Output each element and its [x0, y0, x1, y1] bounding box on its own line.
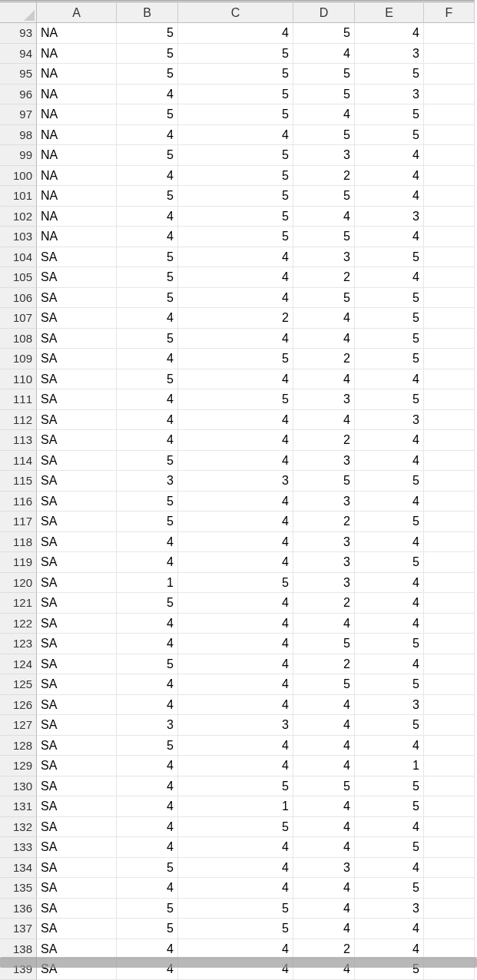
cell-f-131[interactable] — [424, 796, 475, 817]
cell-c-132[interactable]: 5 — [178, 817, 293, 838]
cell-e-112[interactable]: 3 — [355, 410, 424, 431]
cell-d-124[interactable]: 2 — [293, 654, 355, 675]
row-header-101[interactable]: 101 — [0, 186, 37, 207]
cell-d-119[interactable]: 3 — [293, 552, 355, 573]
cell-e-130[interactable]: 5 — [355, 776, 424, 797]
cell-b-132[interactable]: 4 — [117, 817, 178, 838]
cell-f-126[interactable] — [424, 695, 475, 716]
cell-b-97[interactable]: 5 — [117, 104, 178, 125]
cell-b-108[interactable]: 5 — [117, 329, 178, 349]
cell-e-102[interactable]: 3 — [355, 207, 424, 227]
row-header-119[interactable]: 119 — [0, 552, 37, 573]
select-all-corner[interactable] — [0, 0, 37, 23]
cell-f-118[interactable] — [424, 532, 475, 553]
cell-e-128[interactable]: 4 — [355, 736, 424, 757]
row-header-126[interactable]: 126 — [0, 695, 37, 716]
cell-e-94[interactable]: 3 — [355, 44, 424, 65]
cell-a-127[interactable]: SA — [37, 715, 117, 736]
column-header-d[interactable]: D — [293, 0, 355, 23]
cell-b-94[interactable]: 5 — [117, 44, 178, 65]
cell-d-100[interactable]: 2 — [293, 166, 355, 187]
cell-b-126[interactable]: 4 — [117, 695, 178, 716]
cell-c-114[interactable]: 4 — [178, 451, 293, 472]
cell-a-98[interactable]: NA — [37, 125, 117, 146]
cell-e-114[interactable]: 4 — [355, 451, 424, 472]
cell-d-103[interactable]: 5 — [293, 227, 355, 247]
cell-a-118[interactable]: SA — [37, 532, 117, 553]
cell-d-108[interactable]: 4 — [293, 329, 355, 349]
cell-a-122[interactable]: SA — [37, 614, 117, 634]
cell-b-115[interactable]: 3 — [117, 471, 178, 492]
cell-b-125[interactable]: 4 — [117, 674, 178, 695]
cell-d-123[interactable]: 5 — [293, 634, 355, 654]
cell-e-113[interactable]: 4 — [355, 430, 424, 451]
cell-c-94[interactable]: 5 — [178, 44, 293, 65]
cell-e-126[interactable]: 3 — [355, 695, 424, 716]
row-header-100[interactable]: 100 — [0, 166, 37, 187]
cell-f-112[interactable] — [424, 410, 475, 431]
cell-b-124[interactable]: 5 — [117, 654, 178, 675]
cell-e-127[interactable]: 5 — [355, 715, 424, 736]
cell-d-110[interactable]: 4 — [293, 369, 355, 390]
row-header-114[interactable]: 114 — [0, 451, 37, 472]
cell-e-110[interactable]: 4 — [355, 369, 424, 390]
row-header-133[interactable]: 133 — [0, 837, 37, 858]
row-header-93[interactable]: 93 — [0, 23, 37, 44]
cell-b-113[interactable]: 4 — [117, 430, 178, 451]
cell-d-135[interactable]: 4 — [293, 878, 355, 899]
cell-e-129[interactable]: 1 — [355, 756, 424, 776]
cell-c-129[interactable]: 4 — [178, 756, 293, 776]
row-header-107[interactable]: 107 — [0, 308, 37, 329]
cell-b-135[interactable]: 4 — [117, 878, 178, 899]
cell-b-95[interactable]: 5 — [117, 64, 178, 84]
cell-c-118[interactable]: 4 — [178, 532, 293, 553]
cell-d-102[interactable]: 4 — [293, 207, 355, 227]
cell-c-97[interactable]: 5 — [178, 104, 293, 125]
cell-e-131[interactable]: 5 — [355, 796, 424, 817]
cell-b-99[interactable]: 5 — [117, 145, 178, 166]
row-header-113[interactable]: 113 — [0, 430, 37, 451]
cell-a-110[interactable]: SA — [37, 369, 117, 390]
row-header-108[interactable]: 108 — [0, 329, 37, 349]
cell-d-117[interactable]: 2 — [293, 512, 355, 532]
cell-c-100[interactable]: 5 — [178, 166, 293, 187]
row-header-130[interactable]: 130 — [0, 776, 37, 797]
cell-f-120[interactable] — [424, 573, 475, 594]
cell-c-128[interactable]: 4 — [178, 736, 293, 757]
cell-a-105[interactable]: SA — [37, 267, 117, 288]
cell-c-105[interactable]: 4 — [178, 267, 293, 288]
cell-e-116[interactable]: 4 — [355, 492, 424, 512]
cell-a-111[interactable]: SA — [37, 389, 117, 410]
cell-e-95[interactable]: 5 — [355, 64, 424, 84]
cell-b-121[interactable]: 5 — [117, 593, 178, 614]
cell-c-106[interactable]: 4 — [178, 288, 293, 309]
cell-a-102[interactable]: NA — [37, 207, 117, 227]
cell-f-119[interactable] — [424, 552, 475, 573]
cell-e-118[interactable]: 4 — [355, 532, 424, 553]
cell-d-113[interactable]: 2 — [293, 430, 355, 451]
cell-f-106[interactable] — [424, 288, 475, 309]
row-header-135[interactable]: 135 — [0, 878, 37, 899]
row-header-123[interactable]: 123 — [0, 634, 37, 654]
cell-e-106[interactable]: 5 — [355, 288, 424, 309]
cell-d-114[interactable]: 3 — [293, 451, 355, 472]
row-header-134[interactable]: 134 — [0, 858, 37, 879]
row-header-117[interactable]: 117 — [0, 512, 37, 532]
cell-d-134[interactable]: 3 — [293, 858, 355, 879]
row-header-115[interactable]: 115 — [0, 471, 37, 492]
cell-d-129[interactable]: 4 — [293, 756, 355, 776]
cell-a-101[interactable]: NA — [37, 186, 117, 207]
cell-f-137[interactable] — [424, 919, 475, 939]
cell-e-111[interactable]: 5 — [355, 389, 424, 410]
cell-a-114[interactable]: SA — [37, 451, 117, 472]
row-header-95[interactable]: 95 — [0, 64, 37, 84]
cell-f-99[interactable] — [424, 145, 475, 166]
cell-f-127[interactable] — [424, 715, 475, 736]
cell-f-122[interactable] — [424, 614, 475, 634]
cell-b-128[interactable]: 5 — [117, 736, 178, 757]
cell-b-106[interactable]: 5 — [117, 288, 178, 309]
cell-f-110[interactable] — [424, 369, 475, 390]
cell-b-110[interactable]: 5 — [117, 369, 178, 390]
cell-d-126[interactable]: 4 — [293, 695, 355, 716]
cell-f-125[interactable] — [424, 674, 475, 695]
